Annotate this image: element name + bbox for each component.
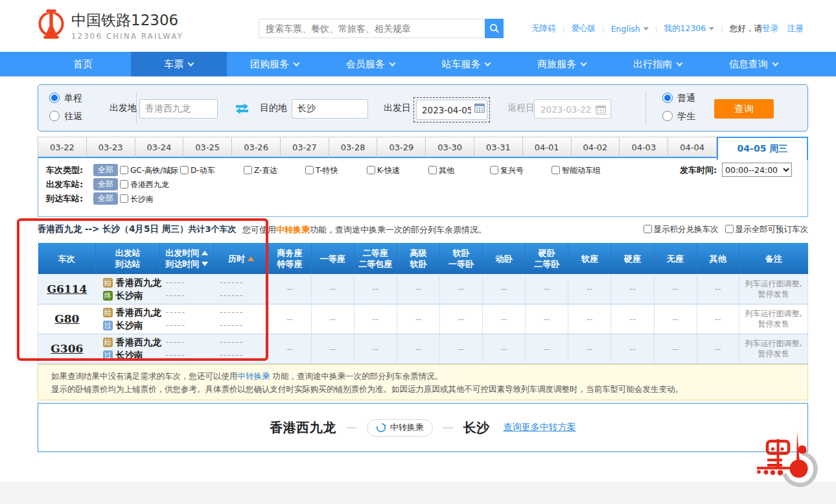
nav-item-business-travel[interactable]: 商旅服务 — [514, 52, 610, 76]
filter-train-type-2[interactable]: Z-直达 — [244, 165, 277, 176]
nav-item-info-query[interactable]: 信息查询 — [705, 52, 801, 76]
result-summary: 香港西九龙 --> 长沙（4月5日 周三）共计3个车次 您可使用中转换乘功能，查… — [38, 223, 808, 236]
filter-train-type-7[interactable]: 智能动车组 — [552, 165, 601, 176]
from-station-input[interactable] — [139, 99, 218, 119]
checkbox[interactable] — [180, 166, 189, 174]
train-number-link[interactable]: G80 — [54, 312, 79, 325]
train-number-link[interactable]: G6114 — [47, 282, 87, 295]
date-tab[interactable]: 03-26 — [232, 137, 281, 158]
depart-time-select[interactable]: 00:00--24:00 — [722, 163, 792, 177]
notice-line2: 显示的卧铺票价均为上铺票价，供您参考。具体票价以您确认支付时实际购买的铺别票价为… — [51, 383, 807, 396]
date-tab[interactable]: 04-01 — [523, 137, 572, 158]
seat-availability-cell: -- — [483, 334, 526, 363]
site-title: 中国铁路12306 — [71, 11, 183, 29]
train-number-link[interactable]: G306 — [51, 342, 83, 355]
login-link[interactable]: 登录 — [762, 23, 778, 34]
sort-asc-active-icon[interactable] — [248, 257, 254, 261]
table-header-row: 车次 出发站 到达站 出发时间 到达时间 历时 商务座 特等座 一等座 二等座 … — [38, 243, 808, 274]
to-station-input[interactable] — [292, 99, 368, 119]
nav-item-home[interactable]: 首页 — [35, 52, 131, 76]
link-english[interactable]: English — [611, 24, 640, 34]
filter-from-station-0[interactable]: 香港西九龙 — [120, 179, 169, 190]
link-accessibility[interactable]: 无障碍 — [531, 23, 556, 34]
column-header-stations: 出发站 到达站 — [96, 243, 160, 274]
date-tab[interactable]: 03-27 — [281, 137, 329, 158]
checkbox[interactable] — [644, 225, 652, 233]
column-header-times[interactable]: 出发时间 到达时间 — [160, 243, 214, 274]
seat-availability-cell: -- — [526, 304, 568, 334]
date-tab[interactable]: 03-25 — [183, 137, 232, 158]
sort-asc-icon[interactable] — [202, 251, 208, 255]
more-transfer-plans-link[interactable]: 查询更多中转方案 — [504, 422, 576, 433]
date-tab[interactable]: 03-22 — [38, 137, 87, 158]
arrive-time: ----- — [166, 289, 214, 302]
filter-train-type-5[interactable]: 其他 — [428, 165, 454, 176]
checkbox[interactable] — [490, 166, 498, 174]
return-date-label: 返程日 — [507, 102, 535, 114]
train-type-all-badge[interactable]: 全部 — [93, 164, 118, 176]
date-tab[interactable]: 03-23 — [87, 137, 135, 158]
duration: ------ — [220, 306, 268, 319]
date-tab[interactable]: 03-24 — [135, 137, 184, 158]
register-link[interactable]: 注册 — [787, 23, 804, 34]
checkbox[interactable] — [120, 166, 128, 174]
site-subtitle: 12306 CHINA RAILWAY — [71, 32, 183, 41]
transfer-search-pill[interactable]: 中转换乘 — [367, 419, 433, 437]
sort-desc-icon[interactable] — [202, 262, 208, 266]
date-tab[interactable]: 04-02 — [572, 137, 620, 158]
remark-cell: 列车运行图调整,暂停发售 — [739, 334, 807, 363]
filter-train-type-4[interactable]: K-快速 — [367, 165, 400, 176]
show-all-bookable-checkbox[interactable]: 显示全部可预订车次 — [725, 224, 809, 235]
checkbox[interactable] — [552, 166, 560, 174]
from-station-all-badge[interactable]: 全部 — [93, 178, 118, 190]
logo[interactable]: 中国铁路12306 12306 CHINA RAILWAY — [37, 9, 183, 42]
nav-item-travel-guide[interactable]: 出行指南 — [610, 52, 706, 76]
show-points-checkbox[interactable]: 显示积分兑换车次 — [644, 224, 719, 235]
checkbox[interactable] — [120, 180, 128, 189]
duration: ------ — [220, 276, 268, 289]
date-tab-active[interactable]: 04-05 周三 — [717, 137, 808, 160]
filter-to-station-0[interactable]: 长沙南 — [120, 194, 154, 205]
seat-availability-cell: -- — [568, 304, 611, 334]
filter-train-type-3[interactable]: T-特快 — [305, 165, 338, 176]
calendar-icon[interactable] — [474, 103, 485, 113]
radio-round-trip[interactable] — [49, 111, 60, 121]
to-station: 长沙南 — [116, 320, 143, 330]
column-header-duration[interactable]: 历时 — [214, 243, 268, 274]
date-tab[interactable]: 03-28 — [329, 137, 378, 158]
date-tab[interactable]: 03-29 — [377, 137, 426, 158]
search-button[interactable] — [485, 19, 504, 38]
filter-train-type-6[interactable]: 复兴号 — [490, 165, 524, 176]
query-button[interactable]: 查询 — [714, 99, 774, 119]
checkbox[interactable] — [367, 166, 375, 174]
nav-item-tickets[interactable]: 车票 — [131, 52, 227, 76]
search-input[interactable] — [259, 19, 485, 38]
transfer-link-blue[interactable]: 中转换乘 — [238, 371, 270, 381]
swap-stations-icon[interactable] — [235, 103, 249, 114]
link-care-version[interactable]: 爱心版 — [571, 23, 596, 34]
nav-item-station-services[interactable]: 站车服务 — [418, 52, 514, 76]
date-tab[interactable]: 04-03 — [620, 137, 668, 158]
checkbox[interactable] — [120, 194, 128, 203]
checkbox[interactable] — [244, 166, 252, 174]
seat-availability-cell: -- — [268, 334, 311, 363]
date-tab[interactable]: 03-30 — [426, 137, 474, 158]
seat-availability-cell: -- — [654, 274, 697, 304]
filter-train-type-1[interactable]: D-动车 — [180, 165, 215, 176]
nav-item-group-services[interactable]: 团购服务 — [227, 52, 323, 76]
radio-normal[interactable] — [662, 93, 673, 103]
link-my12306[interactable]: 我的12306 — [664, 23, 706, 34]
checkbox[interactable] — [305, 166, 314, 174]
filter-train-type-0[interactable]: GC-高铁/城际 — [120, 165, 178, 176]
nav-item-member-services[interactable]: 会员服务 — [322, 52, 418, 76]
radio-student[interactable] — [662, 111, 673, 121]
transfer-link-orange[interactable]: 中转换乘 — [276, 225, 310, 235]
checkbox[interactable] — [725, 225, 734, 233]
checkbox[interactable] — [428, 166, 437, 174]
duration: ------ — [220, 289, 268, 302]
floating-brand-widget[interactable] — [756, 429, 821, 488]
date-tab[interactable]: 04-04 — [668, 137, 717, 158]
date-tab[interactable]: 03-31 — [474, 137, 523, 158]
to-station-all-badge[interactable]: 全部 — [93, 192, 118, 205]
radio-one-way[interactable] — [49, 93, 60, 103]
